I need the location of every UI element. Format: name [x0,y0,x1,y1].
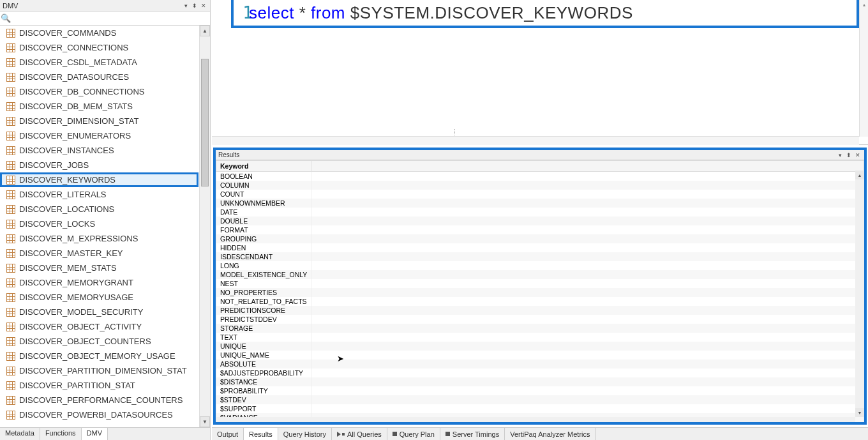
grid-vscroll[interactable]: ▲ ▼ [855,171,864,417]
cell-keyword: $SUPPORT [216,404,311,413]
sql-editor[interactable]: 1 select * from $SYSTEM.DISCOVER_KEYWORD… [212,0,868,145]
table-row[interactable]: ISDESCENDANT [216,252,864,261]
grid-header-blank[interactable] [311,161,864,172]
scroll-up-icon[interactable]: ▲ [200,26,210,36]
scroll-down-icon[interactable]: ▼ [200,416,210,427]
table-row[interactable]: $DISTANCE [216,377,864,386]
table-icon [6,58,15,67]
results-dropdown-icon[interactable]: ▾ [836,151,844,159]
table-row[interactable]: $PROBABILITY [216,386,864,395]
tree-item-discover_keywords[interactable]: DISCOVER_KEYWORDS [0,172,198,187]
tree-item-discover_mem_stats[interactable]: DISCOVER_MEM_STATS [0,261,198,275]
tree-item-discover_commands[interactable]: DISCOVER_COMMANDS [0,26,198,40]
tree-item-discover_instances[interactable]: DISCOVER_INSTANCES [0,143,198,158]
out-tab-query-plan[interactable]: Query Plan [387,428,440,440]
tree-item-discover_model_security[interactable]: DISCOVER_MODEL_SECURITY [0,305,198,319]
tab-functions[interactable]: Functions [40,428,82,440]
tree-item-discover_object_activity[interactable]: DISCOVER_OBJECT_ACTIVITY [0,319,198,334]
out-tab-server-timings[interactable]: Server Timings [440,428,505,440]
editor-hscroll[interactable] [212,136,859,145]
scroll-thumb[interactable] [201,59,209,186]
out-tab-output[interactable]: Output [212,428,244,440]
table-row[interactable]: GROUPING [216,234,864,243]
output-tabs: OutputResultsQuery HistoryAll QueriesQue… [212,427,868,440]
tree-item-discover_locks[interactable]: DISCOVER_LOCKS [0,216,198,231]
tree-item-discover_memoryusage[interactable]: DISCOVER_MEMORYUSAGE [0,290,198,305]
table-row[interactable]: NO_PROPERTIES [216,288,864,297]
table-row[interactable]: LONG [216,261,864,270]
table-row[interactable]: HIDDEN [216,243,864,252]
table-icon [6,322,15,331]
table-row[interactable]: TEXT [216,333,864,342]
grid-scroll-down-icon[interactable]: ▼ [855,408,864,417]
results-close-icon[interactable]: ✕ [854,151,862,159]
out-tab-label: Results [249,430,273,438]
tree-item-discover_enumerators[interactable]: DISCOVER_ENUMERATORS [0,128,198,143]
table-row[interactable]: NOT_RELATED_TO_FACTS [216,297,864,306]
tree-item-discover_object_memory_usage[interactable]: DISCOVER_OBJECT_MEMORY_USAGE [0,349,198,363]
table-row[interactable]: FORMAT [216,225,864,234]
tree-item-discover_master_key[interactable]: DISCOVER_MASTER_KEY [0,246,198,261]
table-row[interactable]: $ADJUSTEDPROBABILITY [216,368,864,377]
table-row[interactable]: $STDEV [216,395,864,404]
results-grid[interactable]: Keyword BOOLEANCOLUMNCOUNTUNKNOWNMEMBERD… [216,160,864,422]
table-row[interactable]: DATE [216,208,864,216]
dropdown-icon[interactable]: ▾ [182,2,190,10]
table-row[interactable]: MODEL_EXISTENCE_ONLY [216,270,864,279]
tree-item-discover_csdl_metadata[interactable]: DISCOVER_CSDL_METADATA [0,55,198,70]
table-row[interactable]: PREDICTSTDDEV [216,315,864,324]
table-row[interactable]: NEST [216,279,864,288]
tree-item-discover_db_connections[interactable]: DISCOVER_DB_CONNECTIONS [0,84,198,99]
out-tab-vertipaq-analyzer-metrics[interactable]: VertiPaq Analyzer Metrics [505,428,595,440]
table-icon [6,337,15,346]
tree-item-discover_partition_stat[interactable]: DISCOVER_PARTITION_STAT [0,378,198,393]
tree-item-discover_datasources[interactable]: DISCOVER_DATASOURCES [0,70,198,84]
tree-item-discover_object_counters[interactable]: DISCOVER_OBJECT_COUNTERS [0,334,198,349]
tree-item-discover_jobs[interactable]: DISCOVER_JOBS [0,158,198,172]
tab-metadata[interactable]: Metadata [0,428,40,440]
tree-item-discover_literals[interactable]: DISCOVER_LITERALS [0,187,198,202]
results-pin-icon[interactable]: ⬍ [845,151,853,159]
cell-keyword: LONG [216,261,311,270]
pin-icon[interactable]: ⬍ [191,2,198,10]
grid-header-keyword[interactable]: Keyword [216,161,311,172]
table-icon [6,29,15,38]
grid-scroll-up-icon[interactable]: ▲ [855,171,864,179]
tree-item-discover_memorygrant[interactable]: DISCOVER_MEMORYGRANT [0,275,198,290]
search-input[interactable] [11,11,210,25]
tree-item-discover_locations[interactable]: DISCOVER_LOCATIONS [0,202,198,216]
editor-vscroll[interactable]: ▴ [859,0,868,137]
out-tab-results[interactable]: Results [244,428,278,440]
tree-item-discover_m_expressions[interactable]: DISCOVER_M_EXPRESSIONS [0,231,198,246]
table-row[interactable]: BOOLEAN [216,172,864,181]
table-row[interactable]: DOUBLE [216,216,864,225]
tree-item-discover_powerbi_datasources[interactable]: DISCOVER_POWERBI_DATASOURCES [0,407,198,422]
table-row[interactable]: COLUMN [216,181,864,190]
cell-keyword: MODEL_EXISTENCE_ONLY [216,270,311,279]
table-icon [6,176,15,185]
out-tab-all-queries[interactable]: All Queries [332,428,387,440]
tree-item-discover_partition_dimension_stat[interactable]: DISCOVER_PARTITION_DIMENSION_STAT [0,363,198,378]
table-row[interactable]: $SUPPORT [216,404,864,413]
stop-icon [393,432,397,436]
table-row[interactable]: ABSOLUTE [216,360,864,368]
out-tab-query-history[interactable]: Query History [278,428,332,440]
table-row[interactable]: PREDICTIONSCORE [216,306,864,315]
tree-item-discover_db_mem_stats[interactable]: DISCOVER_DB_MEM_STATS [0,99,198,114]
table-row[interactable]: UNIQUE_NAME [216,351,864,360]
tree-item-label: DISCOVER_MASTER_KEY [19,248,123,258]
tree-item-discover_connections[interactable]: DISCOVER_CONNECTIONS [0,40,198,55]
grid-hscroll[interactable] [216,417,855,422]
table-row[interactable]: COUNT [216,190,864,199]
tree-item-discover_performance_counters[interactable]: DISCOVER_PERFORMANCE_COUNTERS [0,393,198,407]
table-row[interactable]: UNIQUE [216,342,864,351]
table-row[interactable]: STORAGE [216,324,864,333]
editor-line-1[interactable]: select * from $SYSTEM.DISCOVER_KEYWORDS [249,0,855,26]
close-icon[interactable]: ✕ [200,2,207,10]
cell-keyword: NEST [216,279,311,288]
tab-dmv[interactable]: DMV [82,428,108,440]
table-row[interactable]: UNKNOWNMEMBER [216,199,864,208]
tree-item-discover_dimension_stat[interactable]: DISCOVER_DIMENSION_STAT [0,114,198,128]
table-icon [6,308,15,317]
tree-scrollbar[interactable]: ▲ ▼ [199,26,210,427]
